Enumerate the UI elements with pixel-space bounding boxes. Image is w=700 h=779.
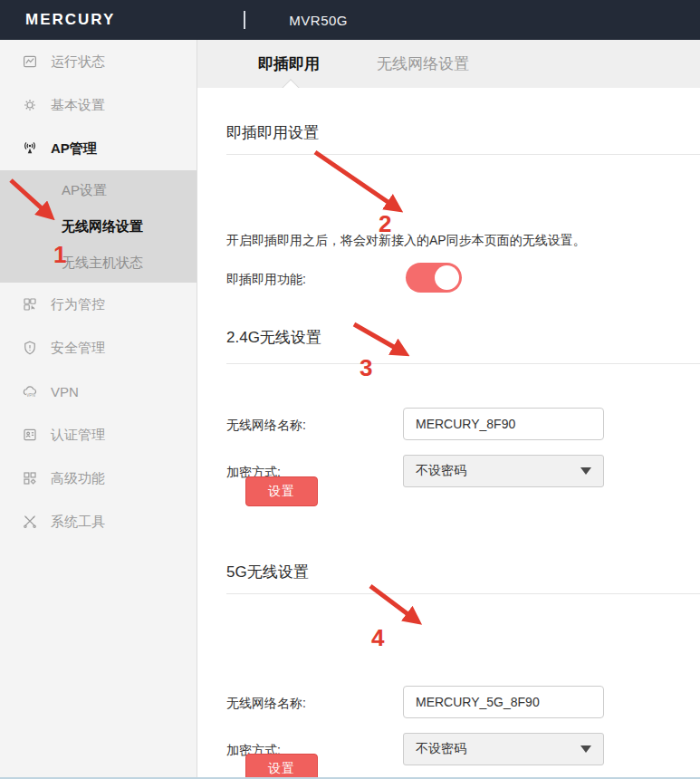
- sidebar-item-label: 行为管控: [51, 296, 105, 313]
- wifi24-section-title: 2.4G无线设置: [226, 327, 321, 348]
- mercury-logo: MERCURY: [25, 11, 115, 29]
- divider: [226, 154, 700, 155]
- plug-description: 开启即插即用之后，将会对新接入的AP同步本页面的无线设置。: [226, 233, 586, 249]
- submenu-item-ap-settings[interactable]: AP设置: [0, 172, 197, 208]
- sidebar-item-basic-settings[interactable]: 基本设置: [0, 83, 197, 127]
- submenu-item-wireless-network-settings[interactable]: 无线网络设置: [0, 208, 197, 245]
- sidebar-item-label: 高级功能: [51, 470, 105, 487]
- sidebar-item-label: 运行状态: [51, 53, 105, 71]
- selected-option: 不设密码: [416, 741, 466, 757]
- wifi5-apply-button[interactable]: 设置: [245, 754, 318, 779]
- submenu-item-wireless-host-status[interactable]: 无线主机状态: [0, 245, 197, 281]
- vpn-cloud-icon: VPN: [22, 383, 38, 399]
- tab-wireless-network-settings[interactable]: 无线网络设置: [377, 53, 469, 74]
- sidebar-item-label: 基本设置: [51, 97, 105, 114]
- sidebar: 运行状态 基本设置 AP管理 AP设置 无线网络设置 无线主机状态 行为管控: [0, 40, 197, 777]
- shield-icon: [22, 340, 38, 356]
- sidebar-item-ap-management[interactable]: AP管理: [0, 127, 197, 170]
- wifi24-name-label: 无线网络名称:: [226, 418, 306, 434]
- wifi5-ssid-input[interactable]: [403, 686, 604, 718]
- topbar-divider: [244, 11, 245, 29]
- sidebar-item-label: 认证管理: [51, 427, 105, 444]
- sidebar-item-advanced-features[interactable]: 高级功能: [0, 457, 197, 500]
- behavior-icon: [22, 296, 38, 313]
- toggle-knob: [435, 265, 459, 290]
- sidebar-item-label: 安全管理: [51, 340, 105, 357]
- ap-submenu: AP设置 无线网络设置 无线主机状态: [0, 170, 197, 283]
- dropdown-arrow-icon: [580, 467, 591, 475]
- sidebar-item-security-management[interactable]: 安全管理: [0, 326, 197, 370]
- sidebar-item-running-status[interactable]: 运行状态: [0, 40, 197, 83]
- dropdown-arrow-icon: [580, 745, 591, 753]
- gear-icon: [22, 97, 38, 113]
- tools-icon: [22, 514, 38, 530]
- sidebar-item-behavior-control[interactable]: 行为管控: [0, 283, 197, 326]
- sidebar-item-label: VPN: [51, 384, 79, 399]
- topbar: MERCURY MVR50G: [0, 0, 700, 40]
- selected-option: 不设密码: [416, 463, 466, 479]
- main-panel: 即插即用 无线网络设置 即插即用设置 开启即插即用之后，将会对新接入的AP同步本…: [197, 40, 700, 777]
- sidebar-item-system-tools[interactable]: 系统工具: [0, 500, 197, 543]
- wifi5-section-title: 5G无线设置: [226, 562, 309, 582]
- wifi24-encryption-select[interactable]: 不设密码: [403, 455, 604, 487]
- wifi5-name-label: 无线网络名称:: [226, 696, 306, 712]
- status-chart-icon: [22, 53, 38, 70]
- wifi24-ssid-input[interactable]: [403, 408, 604, 440]
- ap-signal-icon: [22, 140, 38, 157]
- advanced-icon: [22, 470, 38, 486]
- plug-play-toggle[interactable]: [406, 263, 462, 293]
- sidebar-item-label: AP管理: [51, 140, 97, 158]
- divider: [226, 363, 700, 364]
- svg-text:VPN: VPN: [26, 393, 35, 398]
- content-area: 即插即用设置 开启即插即用之后，将会对新接入的AP同步本页面的无线设置。 即插即…: [197, 88, 700, 777]
- model-name: MVR50G: [289, 13, 348, 28]
- sidebar-item-vpn[interactable]: VPN VPN: [0, 370, 197, 413]
- divider: [226, 593, 700, 594]
- plug-section-title: 即插即用设置: [226, 122, 319, 143]
- sidebar-item-label: 系统工具: [51, 514, 105, 531]
- wifi24-apply-button[interactable]: 设置: [245, 476, 318, 506]
- tab-bar: 即插即用 无线网络设置: [197, 40, 700, 88]
- plug-toggle-label: 即插即用功能:: [226, 272, 306, 288]
- sidebar-item-auth-management[interactable]: 认证管理: [0, 413, 197, 457]
- router-admin-page: MERCURY MVR50G 运行状态 基本设置 AP管理 AP设置 无线网络设…: [0, 0, 700, 779]
- auth-card-icon: [22, 427, 38, 443]
- wifi5-encryption-select[interactable]: 不设密码: [403, 733, 604, 765]
- tab-plug-and-play[interactable]: 即插即用: [258, 53, 320, 74]
